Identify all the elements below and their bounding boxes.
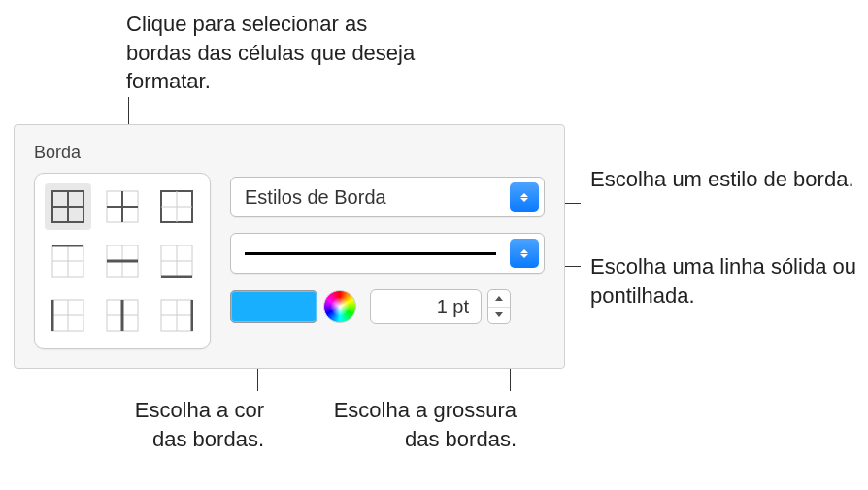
panel-title: Borda: [34, 143, 545, 163]
border-grid-container: [34, 173, 211, 349]
callout-border-color: Escolha a cor das bordas.: [99, 396, 264, 453]
border-horizontal-center-button[interactable]: [99, 238, 146, 284]
chevron-down-icon: [495, 312, 503, 317]
border-controls-column: Estilos de Borda: [230, 173, 545, 349]
dropdown-arrow-icon: [510, 182, 539, 212]
chevron-up-icon: [495, 296, 503, 301]
border-inside-icon: [106, 190, 139, 223]
line-type-preview: [231, 252, 510, 255]
border-left-icon: [51, 299, 84, 332]
border-top-button[interactable]: [45, 238, 91, 284]
border-top-icon: [51, 245, 84, 278]
border-vertical-center-button[interactable]: [99, 292, 146, 339]
callout-border-thickness: Escolha a grossura das bordas.: [313, 396, 517, 453]
callout-line-type: Escolha uma linha sólida ou pontilhada.: [590, 252, 868, 310]
border-all-button[interactable]: [45, 183, 91, 230]
border-outside-button[interactable]: [153, 183, 200, 230]
border-selection-grid: [45, 183, 200, 339]
border-right-icon: [160, 299, 193, 332]
color-well-group: [230, 290, 356, 323]
thickness-stepper: 1 pt: [370, 289, 511, 324]
border-style-label: Estilos de Borda: [231, 186, 510, 209]
dropdown-arrow-icon: [510, 239, 539, 268]
border-hcenter-icon: [106, 245, 139, 278]
callout-border-style: Escolha um estilo de borda.: [590, 165, 854, 194]
thickness-input[interactable]: 1 pt: [370, 289, 482, 324]
thickness-value: 1 pt: [437, 296, 469, 318]
thickness-decrease-button[interactable]: [488, 308, 510, 324]
border-left-button[interactable]: [45, 292, 91, 339]
thickness-increase-button[interactable]: [488, 290, 510, 308]
border-style-dropdown[interactable]: Estilos de Borda: [230, 177, 545, 217]
color-swatch-button[interactable]: [230, 290, 317, 323]
border-panel: Borda: [14, 124, 565, 369]
solid-line-icon: [245, 252, 496, 255]
line-type-dropdown[interactable]: [230, 233, 545, 274]
thickness-stepper-buttons: [487, 289, 511, 324]
callout-select-borders: Clique para selecionar as bordas das cél…: [126, 10, 417, 96]
color-thickness-row: 1 pt: [230, 289, 545, 324]
border-inside-button[interactable]: [99, 183, 146, 230]
color-picker-button[interactable]: [323, 290, 356, 323]
border-vcenter-icon: [106, 299, 139, 332]
border-bottom-button[interactable]: [153, 238, 200, 284]
border-bottom-icon: [160, 245, 193, 278]
border-right-button[interactable]: [153, 292, 200, 339]
border-all-icon: [51, 190, 84, 223]
border-outside-icon: [160, 190, 193, 223]
